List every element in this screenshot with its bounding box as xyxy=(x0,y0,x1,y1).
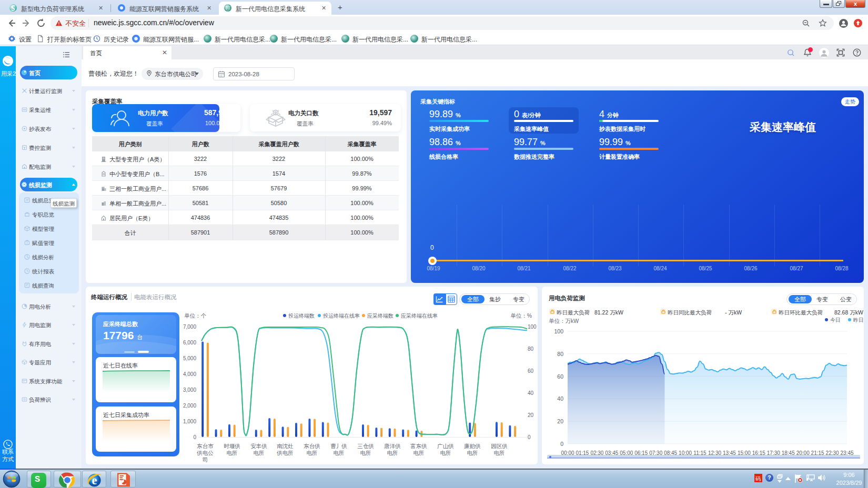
svg-text:6,000: 6,000 xyxy=(183,340,196,345)
svg-text:司: 司 xyxy=(203,456,208,463)
svg-text:供电所: 供电所 xyxy=(276,450,294,456)
svg-text:应采终端数: 应采终端数 xyxy=(367,313,393,319)
svg-text:应采终端在线率: 应采终端在线率 xyxy=(401,313,438,319)
svg-text:2,000: 2,000 xyxy=(183,403,196,409)
svg-text:电所: 电所 xyxy=(227,450,238,456)
svg-text:电所: 电所 xyxy=(307,450,318,456)
svg-text:唐洋供: 唐洋供 xyxy=(384,443,401,449)
svg-text:安丰供: 安丰供 xyxy=(250,443,267,449)
svg-text:20: 20 xyxy=(557,418,563,424)
svg-text:40: 40 xyxy=(557,395,563,402)
svg-text:投运终端数: 投运终端数 xyxy=(288,313,315,319)
svg-text:东台供: 东台供 xyxy=(304,443,320,449)
svg-text:7,000: 7,000 xyxy=(183,324,196,330)
svg-text:广山供: 广山供 xyxy=(437,443,454,449)
svg-text:曹丿供: 曹丿供 xyxy=(330,443,347,449)
svg-text:电所: 电所 xyxy=(334,450,345,456)
svg-text:3,000: 3,000 xyxy=(183,387,196,393)
svg-text:富东供: 富东供 xyxy=(410,443,427,449)
svg-text:三仓供: 三仓供 xyxy=(357,443,374,449)
svg-text:电所: 电所 xyxy=(254,450,265,456)
svg-text:东台市: 东台市 xyxy=(197,443,214,449)
svg-text:园区供: 园区供 xyxy=(491,443,508,449)
svg-text:80: 80 xyxy=(557,351,563,357)
svg-text:电所: 电所 xyxy=(387,450,398,456)
svg-text:1,000: 1,000 xyxy=(183,419,196,424)
svg-text:南沈灶: 南沈灶 xyxy=(277,443,294,449)
svg-text:电所: 电所 xyxy=(413,450,425,456)
svg-text:单位：%: 单位：% xyxy=(510,312,532,319)
svg-text:4,000: 4,000 xyxy=(183,371,196,377)
svg-text:供电公: 供电公 xyxy=(196,450,214,456)
svg-text:0: 0 xyxy=(560,441,563,447)
svg-text:时堰供: 时堰供 xyxy=(224,443,240,449)
svg-text:电所: 电所 xyxy=(494,450,505,456)
svg-text:100: 100 xyxy=(528,324,537,330)
svg-text:单位：个: 单位：个 xyxy=(184,312,207,319)
svg-text:20: 20 xyxy=(528,412,534,418)
svg-text:投运终端在线率: 投运终端在线率 xyxy=(323,313,360,319)
svg-text:廉贻供: 廉贻供 xyxy=(464,443,481,449)
svg-text:5,000: 5,000 xyxy=(183,355,196,361)
svg-text:60: 60 xyxy=(528,368,534,374)
svg-text:电所: 电所 xyxy=(440,450,451,456)
svg-text:电所: 电所 xyxy=(467,450,478,456)
svg-text:0: 0 xyxy=(193,434,196,440)
svg-text:80: 80 xyxy=(528,346,534,352)
svg-text:100: 100 xyxy=(554,328,563,334)
svg-text:0: 0 xyxy=(528,434,531,440)
svg-text:60: 60 xyxy=(557,373,563,380)
svg-text:电所: 电所 xyxy=(360,450,371,456)
svg-text:40: 40 xyxy=(528,390,534,396)
